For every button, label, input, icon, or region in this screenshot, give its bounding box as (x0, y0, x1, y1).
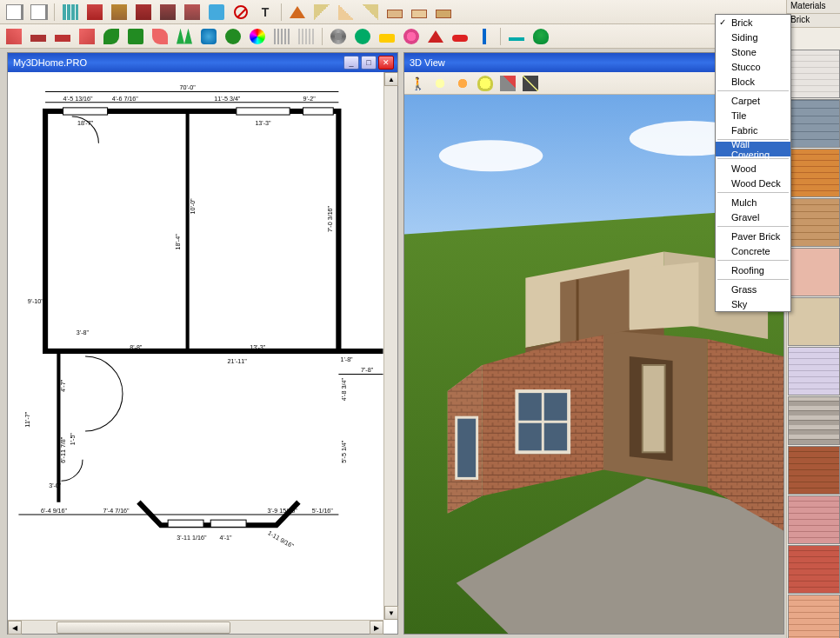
slope2-icon[interactable] (336, 2, 357, 23)
wave-icon[interactable] (174, 26, 195, 47)
titlebar-2d[interactable]: My3DHome.PRO _ □ ✕ (8, 53, 397, 72)
bench2-icon[interactable] (52, 26, 73, 47)
menu-item-tile[interactable]: Tile (716, 108, 790, 123)
menu-item-stone[interactable]: Stone (716, 44, 790, 59)
menu-item-wall-covering[interactable]: Wall Covering (716, 142, 790, 156)
window-2d-plan: My3DHome.PRO _ □ ✕ 70'-0" 4'-5 13/16" 4'… (7, 52, 398, 635)
lamp-icon[interactable] (474, 26, 495, 47)
bulb-icon[interactable] (476, 74, 495, 93)
slope1-icon[interactable] (311, 2, 332, 23)
swatch-brick-sand[interactable] (788, 297, 840, 346)
menu-item-wood-deck[interactable]: Wood Deck (716, 176, 790, 190)
menu-item-fabric[interactable]: Fabric (716, 123, 790, 137)
menu-item-sky[interactable]: Sky (716, 296, 790, 311)
menu-item-roofing[interactable]: Roofing (716, 263, 790, 277)
fence1-icon[interactable] (84, 2, 105, 23)
pill-icon[interactable] (450, 26, 470, 47)
scroll-thumb[interactable] (57, 621, 230, 634)
flower-icon[interactable] (401, 26, 422, 47)
scroll-up-icon[interactable]: ▲ (384, 72, 398, 86)
walk-icon[interactable]: 🚶 (408, 74, 427, 93)
menu-item-paver-brick[interactable]: Paver Brick (716, 229, 790, 243)
fence2-icon[interactable] (109, 2, 130, 23)
prohibit-icon[interactable] (230, 2, 251, 23)
svg-text:21'-11": 21'-11" (228, 358, 248, 365)
slab-icon[interactable] (384, 2, 405, 23)
swatch-brick-rust[interactable] (788, 446, 840, 495)
swatch-brick-pink[interactable] (788, 248, 840, 296)
menu-item-carpet[interactable]: Carpet (716, 93, 790, 108)
menu-item-siding[interactable]: Siding (716, 30, 790, 44)
sun-orange-icon[interactable] (453, 74, 472, 93)
svg-text:3'-9 15/16": 3'-9 15/16" (268, 508, 298, 515)
swatch-brick-salmon[interactable] (788, 595, 840, 638)
menu-item-gravel[interactable]: Gravel (716, 209, 790, 224)
plant-icon[interactable] (101, 26, 122, 47)
materials-context-menu[interactable]: BrickSidingStoneStuccoBlockCarpetTileFab… (715, 14, 791, 312)
swatch-brick-orange[interactable] (788, 149, 840, 197)
scrollbar-vertical[interactable]: ▲ ▼ (383, 72, 397, 620)
swatch-brick-red[interactable] (788, 545, 840, 594)
svg-text:4'-8 3/4": 4'-8 3/4" (341, 378, 348, 402)
brush-icon[interactable] (498, 74, 517, 93)
tree-icon[interactable] (530, 26, 551, 47)
pool-rect-icon[interactable] (206, 2, 227, 23)
play-structure-icon[interactable] (3, 26, 24, 47)
grid-icon[interactable] (60, 2, 81, 23)
materials-header: Materials (787, 0, 840, 14)
svg-rect-31 (168, 520, 203, 527)
menu-item-stucco[interactable]: Stucco (716, 59, 790, 74)
green-sq-icon[interactable] (125, 26, 146, 47)
dash-icon[interactable] (506, 26, 527, 47)
bench-icon[interactable] (28, 26, 49, 47)
text-icon[interactable]: T (255, 2, 276, 23)
slope3-icon[interactable] (360, 2, 381, 23)
wheel-icon[interactable] (328, 26, 349, 47)
svg-rect-10 (237, 108, 290, 115)
scroll-down-icon[interactable]: ▼ (384, 606, 398, 620)
svg-text:13'-3": 13'-3" (255, 120, 271, 127)
svg-rect-32 (210, 520, 246, 527)
pool-icon[interactable] (198, 26, 219, 47)
menu-item-concrete[interactable]: Concrete (716, 243, 790, 258)
maximize-button[interactable]: □ (361, 56, 377, 70)
minimize-button[interactable]: _ (343, 56, 359, 70)
swatch-brick-white[interactable] (788, 50, 840, 98)
redroof-icon[interactable] (425, 26, 446, 47)
menu-item-wood[interactable]: Wood (716, 161, 790, 176)
wand-icon[interactable] (521, 74, 540, 93)
railing2-icon[interactable] (296, 26, 317, 47)
page-icon[interactable] (28, 2, 49, 23)
menu-item-mulch[interactable]: Mulch (716, 195, 790, 209)
swatch-brick-mix[interactable] (788, 396, 840, 445)
roof-icon[interactable] (287, 2, 308, 23)
slide2-icon[interactable] (77, 26, 97, 47)
scroll-left-icon[interactable]: ◀ (8, 621, 22, 635)
path-icon[interactable] (150, 26, 170, 47)
menu-item-block[interactable]: Block (716, 74, 790, 89)
plan-canvas[interactable]: 70'-0" 4'-5 13/16" 4'-6 7/16" 11'-5 3/4"… (8, 72, 397, 634)
sun-yellow-icon[interactable] (430, 74, 450, 93)
green-dot-icon[interactable] (223, 26, 243, 47)
swatch-brick-grey[interactable] (788, 99, 840, 148)
menu-item-grass[interactable]: Grass (716, 282, 790, 296)
fence5-icon[interactable] (182, 2, 203, 23)
slab2-icon[interactable] (409, 2, 430, 23)
swatch-brick-lav[interactable] (788, 347, 840, 395)
greenball-icon[interactable] (352, 26, 373, 47)
materials-category[interactable]: Brick (787, 14, 840, 28)
menu-item-brick[interactable]: Brick (716, 15, 790, 30)
material-swatches (787, 49, 840, 638)
fence4-icon[interactable] (157, 2, 178, 23)
swatch-brick-tan[interactable] (788, 198, 840, 247)
slab3-icon[interactable] (433, 2, 454, 23)
close-button[interactable]: ✕ (378, 56, 394, 70)
swatch-brick-rose[interactable] (788, 495, 840, 544)
scrollbar-horizontal[interactable]: ◀ ▶ (8, 620, 383, 634)
colorwheel-icon[interactable] (247, 26, 268, 47)
tractor-icon[interactable] (377, 26, 397, 47)
railing-icon[interactable] (271, 26, 292, 47)
fence3-icon[interactable] (133, 2, 154, 23)
scroll-right-icon[interactable]: ▶ (370, 621, 383, 635)
book-icon[interactable] (3, 2, 24, 23)
